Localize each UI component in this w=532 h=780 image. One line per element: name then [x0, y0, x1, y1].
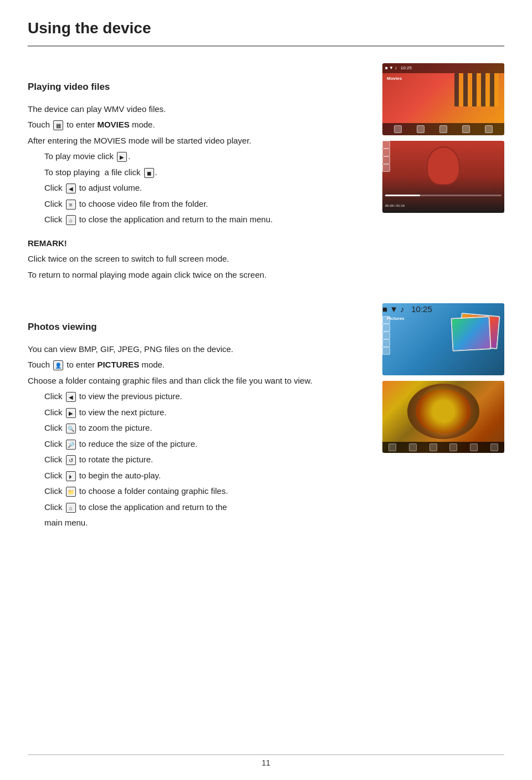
list-icon: ≡ — [66, 200, 76, 210]
video-player-screenshot: 00:36 / 01:19 — [382, 141, 504, 213]
page-header: Using the device — [28, 17, 504, 47]
photos-instructions: Click ◀ to view the previous picture. Cl… — [44, 390, 366, 529]
photo-instr-prev: Click ◀ to view the previous picture. — [44, 390, 366, 403]
bottom-line — [28, 754, 504, 755]
click-label-volume: Click — [44, 183, 63, 192]
photos-section-title: Photos viewing — [28, 320, 366, 334]
pictures-mode-icon: 👤 — [53, 360, 63, 370]
photo-instr-main-menu: main menu. — [44, 517, 366, 529]
autoplay-icon: ⏵ — [66, 471, 76, 481]
photos-touch-pictures: Touch 👤 to enter PICTURES mode. — [28, 359, 366, 371]
lion-controls-bar — [382, 442, 504, 453]
menu-icon-3 — [439, 125, 447, 133]
click-next: Click — [44, 407, 63, 417]
click-zoom-in: Click — [44, 423, 63, 432]
pictures-menu-label: Pictures — [387, 315, 405, 322]
lion-ctrl-2 — [409, 443, 417, 451]
pictures-menu-screenshot: ■ ▼ ♪ 10:25 Pictures — [382, 303, 504, 375]
page-title: Using the device — [28, 17, 504, 40]
pics-menu-icon-4 — [382, 339, 390, 347]
volume-icon: ◀ — [66, 183, 76, 193]
movies-menu-bar — [382, 123, 504, 135]
lion-photo-screenshot — [382, 381, 504, 453]
home-icon: ⌂ — [66, 215, 76, 225]
video-section-title: Playing video files — [28, 80, 366, 94]
photo-instr-rotate: Click ↺ to rotate the picture. — [44, 453, 366, 466]
prev-icon: ◀ — [66, 392, 76, 402]
movies-mode-icon: ▦ — [53, 120, 63, 130]
click-prev: Click — [44, 391, 63, 401]
menu-icon-5 — [485, 125, 493, 133]
pics-menu-icon-2 — [382, 324, 390, 332]
photos-folder-text: Choose a folder containg graphic files a… — [28, 375, 366, 388]
ctrl-icon-4 — [382, 164, 390, 172]
lion-ctrl-3 — [429, 443, 437, 451]
lion-bg — [382, 381, 504, 453]
zoom-in-icon: 🔍 — [66, 424, 76, 434]
click-rotate: Click — [44, 455, 63, 464]
video-instr-volume: Click ◀ to adjust volume. — [44, 182, 366, 195]
video-touch-movies: Touch ▦ to enter MOVIES mode. — [28, 119, 366, 131]
progress-track — [385, 195, 502, 196]
photo-instr-zoom-in: Click 🔍 to zoom the picture. — [44, 422, 366, 435]
menu-icon-1 — [394, 125, 402, 133]
photos-text-col: Photos viewing You can view BMP, GIF, JP… — [28, 303, 366, 533]
ctrl-icon-2 — [382, 149, 390, 156]
remark-line-1: Click twice on the screen to switch to f… — [28, 253, 366, 266]
movies-top-bg: ■ ▼ ♪ 10:25 Movies — [382, 63, 504, 135]
video-instr-stop: To stop playing a file click ◼. — [44, 166, 366, 179]
video-intro-1: The device can play WMV video files. — [28, 103, 366, 116]
click-zoom-out: Click — [44, 439, 63, 448]
video-progress-area: 00:36 / 01:19 — [385, 195, 502, 211]
remark-block: REMARK! Click twice on the screen to swi… — [28, 237, 366, 282]
photos-content-block: Photos viewing You can view BMP, GIF, JP… — [28, 303, 504, 533]
menu-icon-2 — [417, 125, 424, 133]
rotate-icon: ↺ — [66, 455, 76, 465]
video-instr-close: Click ⌂ to close the application and ret… — [44, 213, 366, 226]
pictures-top-bg: ■ ▼ ♪ 10:25 Pictures — [382, 303, 504, 375]
photo-stack — [449, 314, 499, 359]
click-folder: Click — [44, 486, 63, 496]
video-content-figure — [427, 146, 460, 185]
pics-menu-icon-3 — [382, 332, 390, 339]
photo-instr-autoplay: Click ⏵ to begin the auto-play. — [44, 470, 366, 482]
video-instructions: To play movie click ▶. To stop playing a… — [44, 150, 366, 226]
pics-menu-icon-5 — [382, 347, 390, 355]
progress-time: 00:36 / 01:19 — [385, 204, 405, 207]
photo-instr-zoom-out: Click 🔎 to reduce the size of the pictur… — [44, 438, 366, 451]
video-images-col: ■ ▼ ♪ 10:25 Movies — [382, 63, 504, 287]
movies-menu-screenshot: ■ ▼ ♪ 10:25 Movies — [382, 63, 504, 135]
lion-ctrl-1 — [388, 443, 396, 451]
click-autoplay: Click — [44, 471, 63, 480]
play-icon: ▶ — [117, 152, 127, 162]
photo-instr-next: Click ▶ to view the next picture. — [44, 406, 366, 419]
photo-instr-folder: Click 📁 to choose a folder containg grap… — [44, 485, 366, 498]
progress-fill — [385, 195, 420, 196]
stop-icon: ◼ — [144, 168, 154, 178]
folder-icon: 📁 — [66, 487, 76, 497]
remark-line-2: To return to normal playing mode again c… — [28, 269, 366, 282]
lion-ctrl-5 — [470, 443, 478, 451]
status-bar-movies: ■ ▼ ♪ 10:25 — [385, 65, 412, 72]
click-close: Click — [44, 502, 63, 512]
video-intro-2: After entering the MOVIES mode will be s… — [28, 135, 366, 147]
photo-card-2 — [451, 316, 491, 351]
photos-images-col: ■ ▼ ♪ 10:25 Pictures — [382, 303, 504, 533]
lion-ctrl-4 — [449, 443, 457, 451]
film-strip-icon — [454, 73, 499, 106]
photos-section: Photos viewing You can view BMP, GIF, JP… — [28, 303, 504, 533]
click-label-folder: Click — [44, 199, 63, 208]
photos-intro: You can view BMP, GIF, JPEG, PNG files o… — [28, 343, 366, 356]
video-instr-play: To play movie click ▶. — [44, 150, 366, 163]
movies-bottom-bg: 00:36 / 01:19 — [382, 141, 504, 213]
video-instr-folder: Click ≡ to choose video file from the fo… — [44, 198, 366, 211]
next-icon: ▶ — [66, 408, 76, 418]
photo-instr-close: Click ⌂ to close the application and ret… — [44, 501, 366, 514]
movies-menu-label: Movies — [387, 75, 402, 82]
video-text-col: Playing video files The device can play … — [28, 63, 366, 287]
photo-inner-2 — [452, 317, 490, 350]
ctrl-icon-3 — [382, 156, 390, 164]
menu-icon-4 — [462, 125, 470, 133]
zoom-out-icon: 🔎 — [66, 440, 76, 450]
lion-ctrl-6 — [490, 443, 498, 451]
